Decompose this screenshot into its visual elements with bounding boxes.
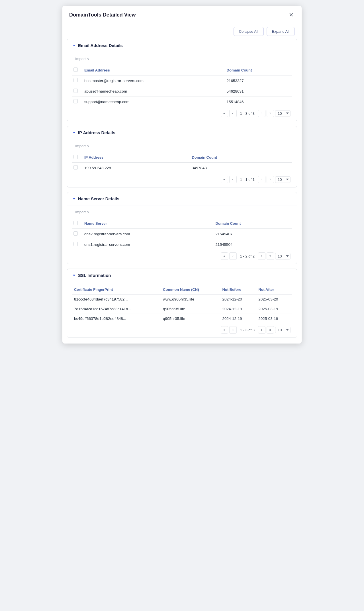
- modal-toolbar: Collapse All Expand All: [62, 23, 302, 39]
- ssl-col-not-before: Not Before: [219, 285, 255, 295]
- ip-col-address: IP Address: [81, 152, 189, 163]
- nameserver-section-body: Import ∨ Name Server Domain Count: [67, 205, 297, 264]
- ssl-not-after: 2025-03-20: [255, 295, 292, 304]
- ip-row-checkbox[interactable]: [73, 165, 78, 169]
- ssl-cn: q905hr35.life: [160, 304, 219, 314]
- ip-page-info: 1 - 1 of 1: [238, 177, 257, 182]
- table-row: dns1.registrar-servers.com 21545504: [72, 239, 292, 250]
- ssl-first-page-button[interactable]: «: [221, 326, 228, 334]
- ssl-not-after: 2025-03-19: [255, 304, 292, 314]
- ssl-fingerprint: 81cccfe4634daef7c34197582...: [72, 295, 160, 304]
- ns-page-size-select[interactable]: 10 25 50: [275, 253, 291, 259]
- email-import-button[interactable]: Import ∨: [72, 55, 93, 63]
- modal: DomainTools Detailed View ✕ Collapse All…: [62, 6, 302, 344]
- email-table: Email Address Domain Count hostmaster@re…: [72, 65, 292, 107]
- ns-first-page-button[interactable]: «: [221, 252, 228, 260]
- table-row: hostmaster@registrar-servers.com 2165332…: [72, 75, 292, 86]
- email-page-size-select[interactable]: 10 25 50: [275, 110, 291, 117]
- ip-import-chevron-icon: ∨: [87, 144, 90, 148]
- ssl-not-before: 2024-12-19: [219, 304, 255, 314]
- ns-next-page-button[interactable]: ›: [258, 252, 265, 260]
- ssl-cn: www.q905hr35.life: [160, 295, 219, 304]
- ip-select-all-checkbox[interactable]: [73, 155, 78, 159]
- ip-table: IP Address Domain Count 199.59.243.228 3…: [72, 152, 292, 173]
- nameserver-import-button[interactable]: Import ∨: [72, 208, 93, 216]
- table-row: bc49dff66378d1e282ee4848... q905hr35.lif…: [72, 314, 292, 324]
- ip-page-size-select[interactable]: 10 25 50: [275, 176, 291, 183]
- nameserver-section-header[interactable]: ▼ Name Server Details: [67, 192, 297, 205]
- email-prev-page-button[interactable]: ‹: [229, 110, 237, 117]
- ns-page-info: 1 - 2 of 2: [238, 254, 257, 258]
- ssl-cn: q905hr35.life: [160, 314, 219, 324]
- email-domain-count: 15514846: [224, 97, 292, 107]
- ip-import-button[interactable]: Import ∨: [72, 142, 93, 150]
- ip-first-page-button[interactable]: «: [221, 176, 228, 183]
- ns-select-all-checkbox[interactable]: [73, 221, 78, 225]
- email-section-title: Email Address Details: [78, 43, 123, 48]
- table-row: 81cccfe4634daef7c34197582... www.q905hr3…: [72, 295, 292, 304]
- ssl-col-cn: Common Name (CN): [160, 285, 219, 295]
- modal-title: DomainTools Detailed View: [69, 12, 136, 18]
- ns-value: dns1.registrar-servers.com: [81, 239, 212, 250]
- ns-col-count: Domain Count: [212, 218, 292, 229]
- ns-domain-count: 21545407: [212, 229, 292, 239]
- nameserver-table: Name Server Domain Count dns2.registrar-…: [72, 218, 292, 250]
- email-domain-count: 54628031: [224, 86, 292, 97]
- close-button[interactable]: ✕: [288, 11, 295, 19]
- email-next-page-button[interactable]: ›: [258, 110, 265, 117]
- ssl-col-fingerprint: Certificate FingerPrint: [72, 285, 160, 295]
- ssl-page-size-select[interactable]: 10 25 50: [275, 327, 291, 333]
- email-row-checkbox[interactable]: [73, 89, 78, 93]
- ip-chevron-icon: ▼: [72, 131, 76, 135]
- table-row: dns2.registrar-servers.com 21545407: [72, 229, 292, 239]
- email-section: ▼ Email Address Details Import ∨ Email A…: [67, 39, 297, 121]
- table-row: abuse@namecheap.com 54628031: [72, 86, 292, 97]
- ns-value: dns2.registrar-servers.com: [81, 229, 212, 239]
- email-select-all-checkbox[interactable]: [73, 68, 78, 72]
- ip-domain-count: 3497843: [189, 163, 292, 173]
- ip-pagination: « ‹ 1 - 1 of 1 › » 10 25 50: [72, 173, 292, 183]
- ssl-prev-page-button[interactable]: ‹: [229, 326, 237, 334]
- table-row: support@namecheap.com 15514846: [72, 97, 292, 107]
- expand-all-button[interactable]: Expand All: [267, 27, 295, 36]
- ip-prev-page-button[interactable]: ‹: [229, 176, 237, 183]
- ns-col-name: Name Server: [81, 218, 212, 229]
- ip-next-page-button[interactable]: ›: [258, 176, 265, 183]
- ssl-next-page-button[interactable]: ›: [258, 326, 265, 334]
- email-value: abuse@namecheap.com: [81, 86, 224, 97]
- email-row-checkbox[interactable]: [73, 99, 78, 103]
- email-first-page-button[interactable]: «: [221, 110, 228, 117]
- table-row: 7d15d4f2a1ce157487c33c141b... q905hr35.l…: [72, 304, 292, 314]
- ssl-section-body: Certificate FingerPrint Common Name (CN)…: [67, 282, 297, 338]
- modal-body: ▼ Email Address Details Import ∨ Email A…: [62, 39, 302, 344]
- ssl-table: Certificate FingerPrint Common Name (CN)…: [72, 285, 292, 323]
- ns-last-page-button[interactable]: »: [267, 252, 274, 260]
- collapse-all-button[interactable]: Collapse All: [234, 27, 264, 36]
- email-domain-count: 21653327: [224, 75, 292, 86]
- ip-section-header[interactable]: ▼ IP Address Details: [67, 126, 297, 139]
- ssl-not-before: 2024-12-19: [219, 314, 255, 324]
- email-page-info: 1 - 3 of 3: [238, 111, 257, 116]
- email-col-count: Domain Count: [224, 65, 292, 75]
- ssl-section-title: SSL Information: [78, 273, 111, 278]
- ip-value: 199.59.243.228: [81, 163, 189, 173]
- ns-import-chevron-icon: ∨: [87, 210, 90, 214]
- email-section-header[interactable]: ▼ Email Address Details: [67, 39, 297, 52]
- nameserver-section-title: Name Server Details: [78, 196, 119, 201]
- modal-header: DomainTools Detailed View ✕: [62, 6, 302, 23]
- ns-row-checkbox[interactable]: [73, 231, 78, 236]
- ssl-page-info: 1 - 3 of 3: [238, 328, 257, 332]
- email-pagination: « ‹ 1 - 3 of 3 › » 10 25 50: [72, 107, 292, 117]
- ssl-pagination: « ‹ 1 - 3 of 3 › » 10 25 50: [72, 323, 292, 334]
- ns-row-checkbox[interactable]: [73, 242, 78, 246]
- ssl-section-header[interactable]: ▼ SSL Information: [67, 269, 297, 282]
- ssl-section: ▼ SSL Information Certificate FingerPrin…: [67, 269, 297, 338]
- ssl-last-page-button[interactable]: »: [267, 326, 274, 334]
- ns-prev-page-button[interactable]: ‹: [229, 252, 237, 260]
- ip-last-page-button[interactable]: »: [267, 176, 274, 183]
- ssl-col-not-after: Not After: [255, 285, 292, 295]
- email-row-checkbox[interactable]: [73, 78, 78, 82]
- email-last-page-button[interactable]: »: [267, 110, 274, 117]
- ip-section-title: IP Address Details: [78, 130, 115, 135]
- ns-domain-count: 21545504: [212, 239, 292, 250]
